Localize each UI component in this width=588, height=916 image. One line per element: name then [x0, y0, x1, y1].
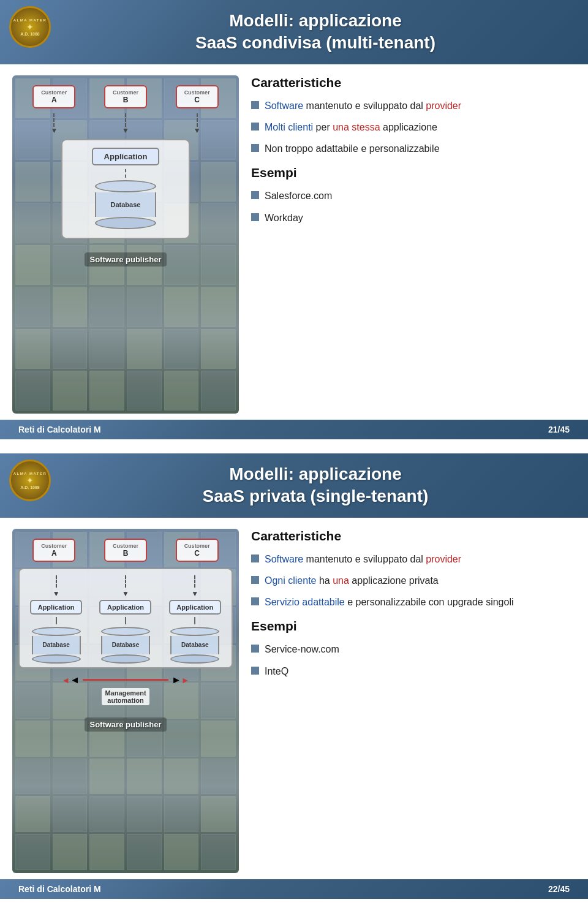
footer-right-2: 22/45	[548, 884, 570, 894]
bullet-text-2-1: Software mantenuto e sviluppato dal prov…	[265, 552, 461, 566]
logo-badge-2: ALMA MATER ✦ A.D. 1088	[9, 460, 52, 502]
db-body-b: Database	[101, 636, 150, 654]
slide2-diagram: Customer A Customer B Customer C	[12, 529, 239, 873]
slide2-title: Modelli: applicazione SaaS privata (sing…	[61, 463, 570, 508]
esempio-sq-1-1	[251, 191, 259, 199]
app-db-connector	[125, 169, 126, 178]
app-label-a: Application	[30, 600, 82, 615]
arrowhead-a: ▼	[53, 590, 60, 597]
esempio-text-1-1: Salesforce.com	[265, 189, 332, 203]
bullet-2-3: Servizio adattabile e personalizzabile c…	[251, 595, 576, 609]
footer-right-1: 21/45	[548, 425, 570, 434]
slide1-title: Modelli: applicazione SaaS condivisa (mu…	[61, 10, 570, 55]
bullet-sq-1-2	[251, 123, 259, 131]
mgmt-line	[83, 679, 168, 681]
slide2-text-content: Caratteristiche Software mantenuto e svi…	[251, 529, 576, 873]
mgmt-label: Management automation	[102, 688, 149, 705]
app-label-c: Application	[169, 600, 221, 615]
db-bottom-a	[32, 654, 81, 664]
slide1-header: ALMA MATER ✦ A.D. 1088 Modelli: applicaz…	[0, 0, 588, 64]
footer-left-2: Reti di Calcolatori M	[18, 884, 101, 894]
slide-2: ALMA MATER ✦ A.D. 1088 Modelli: applicaz…	[0, 453, 588, 916]
customer-a-box-2: Customer A	[32, 539, 75, 562]
bullet-2-1: Software mantenuto e sviluppato dal prov…	[251, 552, 576, 566]
bullet-sq-1-1	[251, 101, 259, 109]
stack-c: ▼ Application Database	[169, 575, 221, 664]
arrow-stack-b	[125, 575, 126, 588]
esempio-1-1: Salesforce.com	[251, 189, 576, 203]
stack-b: ▼ Application Database	[99, 575, 151, 664]
connector-b	[125, 617, 126, 624]
shared-app-db-box: Application Database	[61, 139, 190, 239]
connector-a	[56, 617, 57, 624]
esempio-text-1-2: Workday	[265, 211, 303, 225]
customer-c-box-2: Customer C	[176, 539, 219, 562]
db-a: Database	[32, 627, 81, 664]
application-label-1: Application	[92, 148, 160, 165]
customer-c-box: Customer C	[176, 85, 219, 108]
slide1-text-content: Caratteristiche Software mantenuto e svi…	[251, 75, 576, 414]
software-publisher-1: Software publisher	[85, 252, 166, 267]
db-bottom-c	[170, 654, 219, 664]
mgmt-arrow-left-icon: ◄	[61, 675, 80, 686]
slide1-body: Customer A Customer B Customer C	[0, 64, 588, 420]
slide1-diagram: Customer A Customer B Customer C	[12, 75, 239, 414]
db-c: Database	[170, 627, 219, 664]
arrow-stack-a	[56, 575, 57, 588]
arrowhead-b: ▼	[122, 590, 129, 597]
logo-badge-1: ALMA MATER ✦ A.D. 1088	[9, 6, 52, 49]
connector-c	[194, 617, 195, 624]
db-body-a: Database	[32, 636, 81, 654]
bullet-2-2: Ogni cliente ha una applicazione privata	[251, 573, 576, 588]
bullet-text-1-1: Software mantenuto e sviluppato dal prov…	[265, 99, 461, 113]
esempio-2-2: InteQ	[251, 664, 576, 678]
dashed-line-c	[197, 113, 198, 127]
slide2-body: Customer A Customer B Customer C	[0, 518, 588, 879]
db-top-b	[101, 627, 150, 636]
esempio-sq-2-1	[251, 645, 259, 653]
stack-a: ▼ Application Database	[30, 575, 82, 664]
esempi-title-2: Esempi	[251, 619, 576, 634]
dashed-line-b	[125, 113, 126, 127]
arrow-stack-c	[194, 575, 195, 588]
slide1-footer: Reti di Calcolatori M 21/45	[0, 420, 588, 439]
publisher-label-wrap-1: Software publisher	[85, 245, 166, 267]
caratteristiche-title-2: Caratteristiche	[251, 529, 576, 543]
customer-b-box-2: Customer B	[104, 539, 147, 562]
bullet-1-1: Software mantenuto e sviluppato dal prov…	[251, 99, 576, 113]
arrow-a: ▼	[50, 127, 58, 134]
arrows-down-1: ▼ ▼ ▼	[18, 113, 233, 134]
footer-left-1: Reti di Calcolatori M	[18, 425, 101, 434]
arrow-c: ▼	[194, 127, 201, 134]
slide2-header: ALMA MATER ✦ A.D. 1088 Modelli: applicaz…	[0, 453, 588, 518]
esempio-sq-1-2	[251, 213, 259, 221]
slide-1: ALMA MATER ✦ A.D. 1088 Modelli: applicaz…	[0, 0, 588, 453]
db-b: Database	[101, 627, 150, 664]
esempi-title-1: Esempi	[251, 165, 576, 180]
customers-row-1: Customer A Customer B Customer C	[18, 85, 233, 108]
bullet-sq-1-3	[251, 144, 259, 152]
mgmt-arrow-right-icon: ►	[172, 675, 190, 686]
customer-a-box: Customer A	[32, 85, 75, 108]
db-top-a	[32, 627, 81, 636]
caratteristiche-title-1: Caratteristiche	[251, 75, 576, 90]
esempio-2-1: Service-now.com	[251, 642, 576, 656]
stacks-container: ▼ Application Database ▼ Applicati	[18, 568, 233, 668]
esempio-text-2-1: Service-now.com	[265, 642, 339, 656]
bullet-sq-2-2	[251, 576, 259, 584]
bullet-text-1-2: Molti clienti per una stessa applicazion…	[265, 120, 437, 134]
esempio-text-2-2: InteQ	[265, 664, 288, 678]
customer-b-box: Customer B	[104, 85, 147, 108]
esempio-1-2: Workday	[251, 211, 576, 225]
bullet-sq-2-3	[251, 597, 259, 605]
bullet-text-2-3: Servizio adattabile e personalizzabile c…	[265, 595, 513, 609]
software-publisher-2: Software publisher	[85, 717, 166, 732]
mgmt-automation-row: ◄ ►	[61, 675, 189, 686]
arrowhead-c: ▼	[191, 590, 198, 597]
bullet-sq-2-1	[251, 555, 259, 562]
bullet-1-2: Molti clienti per una stessa applicazion…	[251, 120, 576, 134]
diagram-inner-1: Customer A Customer B Customer C	[12, 75, 239, 414]
diagram-inner-2: Customer A Customer B Customer C	[12, 529, 239, 873]
bullet-text-2-2: Ogni cliente ha una applicazione privata	[265, 573, 439, 588]
publisher-label-wrap-2: Software publisher	[85, 710, 166, 732]
